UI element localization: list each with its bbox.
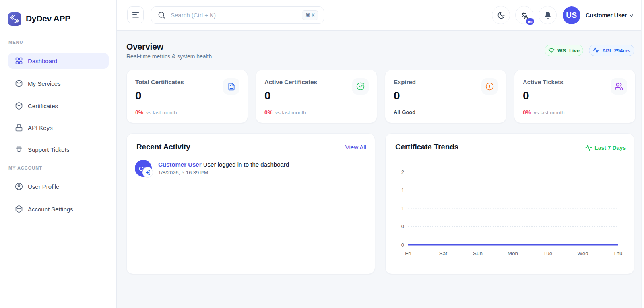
svg-text:Sat: Sat — [439, 250, 448, 256]
svg-text:Mon: Mon — [508, 250, 518, 256]
svg-text:Wed: Wed — [577, 250, 588, 256]
svg-text:1: 1 — [401, 187, 404, 193]
svg-text:0: 0 — [401, 223, 404, 229]
svg-text:Tue: Tue — [543, 250, 553, 256]
svg-text:Fri: Fri — [405, 250, 411, 256]
svg-text:0: 0 — [401, 242, 404, 248]
svg-text:1: 1 — [401, 205, 404, 211]
svg-text:Sun: Sun — [473, 250, 483, 256]
svg-text:Thu: Thu — [613, 250, 622, 256]
svg-text:2: 2 — [401, 169, 404, 175]
